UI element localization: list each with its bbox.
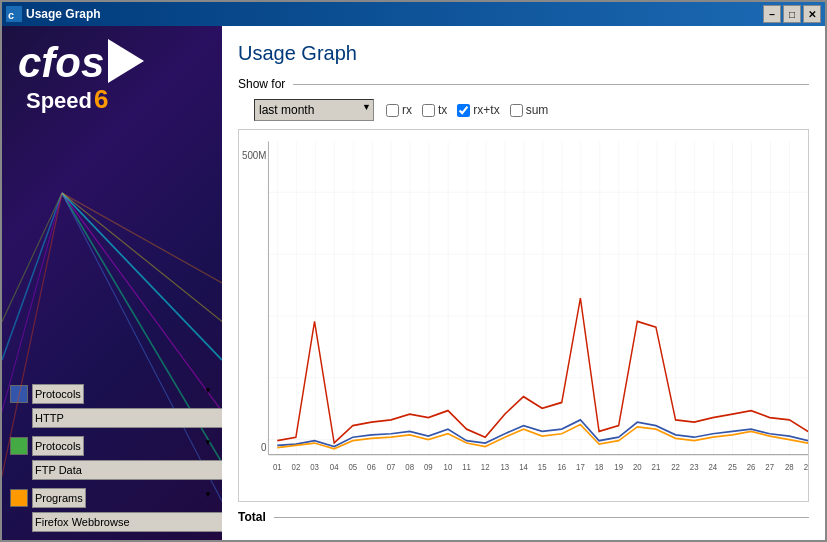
checkbox-rxtx[interactable]: rx+tx: [457, 103, 499, 117]
select-wrapper-1b: HTTP: [32, 408, 222, 428]
color-box-1: [10, 385, 28, 403]
checkbox-tx-label: tx: [438, 103, 447, 117]
window-controls: – □ ✕: [763, 5, 821, 23]
checkbox-rx[interactable]: rx: [386, 103, 412, 117]
sidebar-row-3: Programs: [10, 488, 214, 508]
svg-text:10: 10: [444, 461, 453, 472]
chart-svg: 500M 0 01 02 03 04 05 06 07: [239, 130, 808, 501]
total-line: [274, 517, 809, 518]
window-body: cfos Speed 6 Protocols: [2, 26, 825, 540]
maximize-button[interactable]: □: [783, 5, 801, 23]
svg-text:24: 24: [708, 461, 717, 472]
logo-speed-text: Speed: [26, 88, 92, 114]
svg-text:23: 23: [690, 461, 699, 472]
svg-text:03: 03: [310, 461, 319, 472]
show-for-line: [293, 84, 809, 85]
svg-text:04: 04: [330, 461, 339, 472]
color-box-3: [10, 489, 28, 507]
title-bar: c Usage Graph – □ ✕: [2, 2, 825, 26]
sidebar: cfos Speed 6 Protocols: [2, 26, 222, 540]
svg-text:11: 11: [462, 461, 471, 472]
subprotocol-select-3[interactable]: Firefox Webbrowse: [32, 512, 222, 532]
sidebar-row-1: Protocols: [10, 384, 214, 404]
svg-text:05: 05: [348, 461, 357, 472]
svg-text:01: 01: [273, 461, 282, 472]
svg-text:16: 16: [557, 461, 566, 472]
svg-text:c: c: [8, 9, 14, 21]
controls-row: last month last week last day last hour …: [254, 99, 809, 121]
close-button[interactable]: ✕: [803, 5, 821, 23]
app-window: c Usage Graph – □ ✕: [0, 0, 827, 542]
svg-text:13: 13: [500, 461, 509, 472]
svg-text:0: 0: [261, 440, 266, 453]
app-icon: c: [6, 6, 22, 22]
svg-text:18: 18: [595, 461, 604, 472]
main-content: Usage Graph Show for last month last wee…: [222, 26, 825, 540]
svg-text:29: 29: [804, 461, 808, 472]
svg-text:22: 22: [671, 461, 680, 472]
checkbox-sum-input[interactable]: [510, 104, 523, 117]
minimize-button[interactable]: –: [763, 5, 781, 23]
select-wrapper-1a: Protocols: [32, 384, 214, 404]
total-label: Total: [238, 510, 266, 524]
select-wrapper-2a: Protocols: [32, 436, 214, 456]
checkbox-rx-label: rx: [402, 103, 412, 117]
svg-text:09: 09: [424, 461, 433, 472]
checkbox-sum-label: sum: [526, 103, 549, 117]
period-select[interactable]: last month last week last day last hour: [254, 99, 374, 121]
svg-text:06: 06: [367, 461, 376, 472]
select-wrapper-3a: Programs: [32, 488, 214, 508]
logo-speed-row: Speed 6: [22, 84, 210, 115]
subprotocol-select-1[interactable]: HTTP: [32, 408, 222, 428]
svg-text:26: 26: [747, 461, 756, 472]
svg-text:12: 12: [481, 461, 490, 472]
sidebar-row-2: Protocols: [10, 436, 214, 456]
svg-rect-12: [268, 142, 808, 455]
show-for-label: Show for: [238, 77, 285, 91]
svg-line-4: [62, 193, 222, 321]
svg-text:14: 14: [519, 461, 528, 472]
select-wrapper-3b: Firefox Webbrowse: [32, 512, 222, 532]
protocol-select-1[interactable]: Protocols: [32, 384, 84, 404]
svg-text:17: 17: [576, 461, 585, 472]
page-title: Usage Graph: [238, 42, 809, 65]
total-row: Total: [238, 510, 809, 524]
chart-area: 500M 0 01 02 03 04 05 06 07: [238, 129, 809, 502]
show-for-row: Show for: [238, 77, 809, 91]
protocol-select-2[interactable]: Protocols: [32, 436, 84, 456]
protocol-select-3[interactable]: Programs: [32, 488, 86, 508]
checkbox-sum[interactable]: sum: [510, 103, 549, 117]
title-bar-text: c Usage Graph: [6, 6, 101, 22]
svg-line-10: [2, 193, 62, 321]
svg-text:19: 19: [614, 461, 623, 472]
select-wrapper-2b: FTP Data: [32, 460, 222, 480]
period-select-wrapper: last month last week last day last hour: [254, 99, 374, 121]
checkbox-rxtx-input[interactable]: [457, 104, 470, 117]
svg-text:25: 25: [728, 461, 737, 472]
svg-text:02: 02: [292, 461, 301, 472]
svg-text:500M: 500M: [242, 148, 267, 161]
checkbox-rx-input[interactable]: [386, 104, 399, 117]
svg-text:21: 21: [652, 461, 661, 472]
logo-arrow: [108, 39, 144, 83]
checkbox-tx-input[interactable]: [422, 104, 435, 117]
svg-text:27: 27: [765, 461, 774, 472]
sidebar-controls: Protocols HTTP Protocols: [2, 376, 222, 540]
svg-line-8: [2, 193, 62, 360]
color-box-2: [10, 437, 28, 455]
svg-text:07: 07: [387, 461, 396, 472]
svg-line-6: [62, 193, 222, 283]
sidebar-logo: cfos Speed 6: [2, 26, 222, 125]
logo-cfos-text: cfos: [18, 42, 104, 84]
svg-text:15: 15: [538, 461, 547, 472]
logo-cfos-row: cfos: [18, 42, 210, 84]
svg-text:08: 08: [405, 461, 414, 472]
checkbox-group: rx tx rx+tx sum: [386, 103, 548, 117]
logo-version: 6: [94, 84, 108, 115]
subprotocol-select-2[interactable]: FTP Data: [32, 460, 222, 480]
checkbox-tx[interactable]: tx: [422, 103, 447, 117]
checkbox-rxtx-label: rx+tx: [473, 103, 499, 117]
svg-text:20: 20: [633, 461, 642, 472]
svg-line-2: [62, 193, 222, 360]
svg-text:28: 28: [785, 461, 794, 472]
